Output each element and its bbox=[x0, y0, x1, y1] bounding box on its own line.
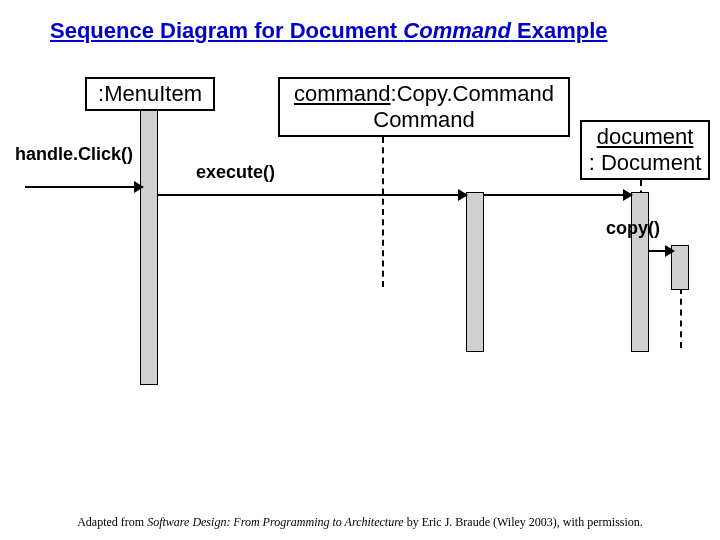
message-label-handleclick: handle.Click() bbox=[15, 144, 133, 165]
message-arrow-copy bbox=[649, 250, 673, 252]
lifeline-head-document-name: document bbox=[597, 124, 694, 149]
title-pre: Sequence Diagram for Document bbox=[50, 18, 403, 43]
attribution-pre: Adapted from bbox=[77, 515, 147, 529]
arrowhead-right-icon bbox=[134, 181, 144, 193]
title-post: Example bbox=[511, 18, 608, 43]
arrowhead-right-icon bbox=[623, 189, 633, 201]
lifeline-line-command bbox=[382, 137, 384, 287]
lifeline-head-command-name: command bbox=[294, 81, 391, 106]
lifeline-head-command-type: :Copy.Command Command bbox=[373, 81, 554, 132]
activation-bar-document bbox=[631, 192, 649, 352]
activation-bar-command bbox=[466, 192, 484, 352]
attribution-post: by Eric J. Braude (Wiley 2003), with per… bbox=[404, 515, 643, 529]
message-arrow-to-document bbox=[484, 194, 631, 196]
attribution-italic: Software Design: From Programming to Arc… bbox=[147, 515, 404, 529]
lifeline-head-command: command:Copy.Command Command bbox=[278, 77, 570, 137]
arrowhead-right-icon bbox=[665, 245, 675, 257]
message-label-execute: execute() bbox=[196, 162, 275, 183]
message-arrow-execute bbox=[158, 194, 466, 196]
message-arrow-handleclick bbox=[25, 186, 142, 188]
activation-bar-menuitem bbox=[140, 110, 158, 385]
lifeline-head-menuitem-label: :MenuItem bbox=[98, 81, 202, 106]
lifeline-head-menuitem: :MenuItem bbox=[85, 77, 215, 111]
message-label-copy: copy() bbox=[606, 218, 660, 239]
lifeline-head-document: document : Document bbox=[580, 120, 710, 180]
lifeline-line-document-sub bbox=[680, 288, 682, 348]
attribution-line: Adapted from Software Design: From Progr… bbox=[0, 515, 720, 530]
title-italic: Command bbox=[403, 18, 511, 43]
lifeline-head-document-type: : Document bbox=[589, 150, 702, 175]
diagram-title: Sequence Diagram for Document Command Ex… bbox=[50, 18, 607, 44]
arrowhead-right-icon bbox=[458, 189, 468, 201]
